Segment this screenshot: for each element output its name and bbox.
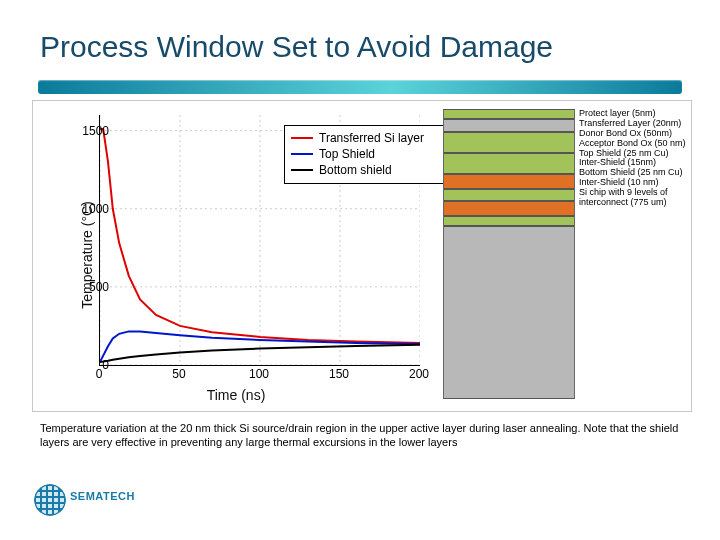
stack-layer xyxy=(444,119,574,132)
y-tick: 500 xyxy=(69,280,109,294)
x-tick: 100 xyxy=(249,367,269,381)
legend-swatch xyxy=(291,153,313,155)
stack-layer xyxy=(444,201,574,216)
layer-stack-diagram xyxy=(443,109,575,399)
y-tick: 0 xyxy=(69,358,109,372)
stack-layer xyxy=(444,216,574,226)
legend-label: Top Shield xyxy=(319,146,375,162)
stack-layer xyxy=(444,189,574,201)
chart-panel: Temperature (°C) Transferred Si layerTop… xyxy=(39,107,433,403)
footer-logo: SEMATECH xyxy=(28,484,178,518)
legend-label: Transferred Si layer xyxy=(319,130,424,146)
stack-layer-label: Si chip with 9 levels of interconnect (7… xyxy=(579,188,689,208)
series-bottom-shield xyxy=(100,345,420,362)
legend-swatch xyxy=(291,169,313,171)
layer-stack-labels: Protect layer (5nm)Transferred Layer (20… xyxy=(579,109,689,208)
stack-layer xyxy=(444,226,574,399)
stack-layer xyxy=(444,174,574,189)
stack-layer xyxy=(444,109,574,119)
content-panel: Temperature (°C) Transferred Si layerTop… xyxy=(32,100,692,412)
figure-caption: Temperature variation at the 20 nm thick… xyxy=(40,422,680,450)
x-axis-label: Time (ns) xyxy=(39,387,433,403)
layer-stack-panel: Protect layer (5nm)Transferred Layer (20… xyxy=(443,107,683,403)
stack-layer xyxy=(444,132,574,153)
title-rule xyxy=(38,80,682,94)
globe-icon xyxy=(34,484,66,516)
footer-brand: SEMATECH xyxy=(70,490,135,502)
x-tick: 200 xyxy=(409,367,429,381)
stack-layer xyxy=(444,153,574,174)
chart-plot-area: Transferred Si layerTop ShieldBottom shi… xyxy=(99,115,420,366)
y-tick: 1000 xyxy=(69,202,109,216)
x-tick: 0 xyxy=(96,367,103,381)
legend-label: Bottom shield xyxy=(319,162,392,178)
y-tick: 1500 xyxy=(69,124,109,138)
x-tick: 50 xyxy=(172,367,185,381)
legend-swatch xyxy=(291,137,313,139)
page-title: Process Window Set to Avoid Damage xyxy=(40,30,553,64)
slide: Process Window Set to Avoid Damage Tempe… xyxy=(0,0,720,540)
x-tick: 150 xyxy=(329,367,349,381)
